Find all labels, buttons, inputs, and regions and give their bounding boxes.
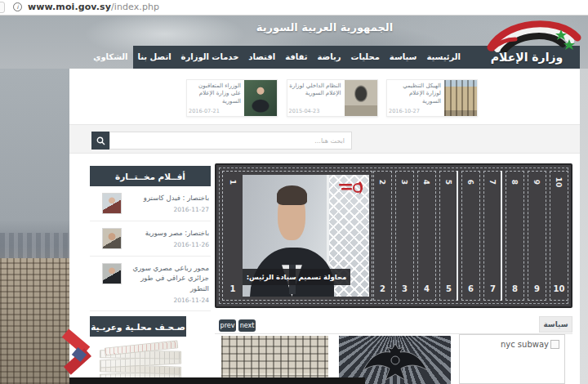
film-thumbnail: [102, 193, 122, 214]
partner-logo-fragment: [62, 330, 98, 379]
search-icon: [96, 136, 105, 145]
panel-number-top: 2: [378, 180, 386, 185]
president-photo: محاولة تسميم سيادة الرئيس:: [243, 175, 369, 297]
film-title: باختصار : فيدل كاسترو: [127, 193, 209, 203]
panel-number-top: 4: [422, 180, 430, 185]
nav-item-home[interactable]: الرئيسية: [421, 46, 466, 69]
broken-image-icon: [550, 340, 559, 349]
slide-caption: محاولة تسميم سيادة الرئيس:: [243, 269, 350, 285]
panel-number-top: 7: [488, 180, 497, 185]
panel-number-top: 5: [444, 180, 452, 185]
film-thumbnail: [102, 263, 122, 284]
panel-number-bottom: 2: [380, 284, 385, 293]
films-section-heading: أفــلام مخــتــارة: [90, 166, 211, 186]
syrian-flag-swoosh-icon: [486, 16, 582, 52]
panel-number-bottom: 1: [230, 284, 236, 293]
film-date: 2016-11-24: [127, 297, 209, 304]
slider-panel-5[interactable]: 55: [439, 171, 458, 301]
film-date: 2016-11-26: [127, 241, 209, 248]
panel-number-bottom: 5: [446, 284, 452, 293]
nav-item-local[interactable]: محليات: [345, 46, 384, 69]
panel-number-top: 8: [510, 180, 519, 185]
featured-card-title: النظام الداخلي لوزارة الإعلام السورية: [289, 83, 341, 98]
newspapers-section-heading: صـحـف محلـية وعربـية: [90, 316, 186, 337]
slider-panel-3[interactable]: 33: [395, 171, 414, 301]
featured-card-date: 2016-10-27: [389, 108, 441, 114]
featured-card-image: [244, 80, 277, 116]
slider-panel-4[interactable]: 44: [417, 171, 436, 301]
featured-card-title: الهيكل التنظيمي لوزارة الإعلام السورية: [389, 83, 441, 105]
featured-card-image: [444, 80, 477, 116]
nav-item-politics[interactable]: سياسة: [385, 46, 422, 69]
collapsed-panels: 22 33 44 55 66 77 88 99 1010: [373, 171, 568, 301]
film-title: محور رباعي مصري سوري جزائري عراقي في طور…: [127, 263, 209, 293]
ministry-logo[interactable]: وزارة الإعلام: [478, 16, 584, 69]
panel-number-top: 3: [400, 180, 408, 185]
nav-item-ministry-services[interactable]: خدمات الوزارة: [176, 46, 244, 69]
slider-panel-1-open[interactable]: 1 1 محاولة تسميم سيادة الرئيس:: [222, 171, 372, 301]
search-input[interactable]: [109, 132, 352, 150]
slider-prev-button[interactable]: prev: [219, 319, 236, 332]
panel-number-bottom: 3: [402, 284, 408, 293]
panel-number-bottom: 7: [490, 284, 496, 293]
slider-panel-2[interactable]: 22: [373, 171, 392, 301]
bottom-dark-strip: [69, 377, 365, 384]
film-date: 2016-11-27: [127, 206, 209, 213]
slider-next-button[interactable]: next: [238, 319, 256, 332]
film-title: باختصار: مصر وسورية: [127, 228, 209, 238]
slider-group-separator: [457, 171, 458, 301]
panel-number-bottom: 10: [554, 284, 565, 293]
nav-item-economy[interactable]: اقتصاد: [243, 46, 280, 69]
nav-item-contact[interactable]: اتصل بنا: [133, 46, 176, 69]
screen: i www.moi.gov.sy/index.php الجمهورية الع…: [0, 0, 588, 384]
nav-item-complaints[interactable]: الشكاوي: [88, 46, 132, 69]
nav-item-sports[interactable]: رياضة: [312, 46, 345, 69]
film-item-quad-axis[interactable]: محور رباعي مصري سوري جزائري عراقي في طور…: [90, 257, 211, 311]
featured-card-image: [345, 80, 377, 116]
page-info-icon[interactable]: i: [13, 2, 22, 11]
featured-card-org-structure[interactable]: الهيكل التنظيمي لوزارة الإعلام السورية 2…: [386, 79, 478, 117]
browser-address-bar[interactable]: i www.moi.gov.sy/index.php: [0, 0, 588, 16]
slider-panel-6[interactable]: 66: [461, 171, 480, 301]
tv-channel-watermark-icon: [336, 180, 365, 196]
panel-number-bottom: 4: [424, 284, 430, 293]
politics-tab-bar: [215, 313, 572, 334]
featured-card-internal-rules[interactable]: النظام الداخلي لوزارة الإعلام السورية 20…: [287, 79, 378, 117]
cityscape-background: [0, 69, 69, 384]
slider-group-separator: [501, 171, 502, 301]
article-card-nyc-subway[interactable]: nyc subway: [459, 334, 565, 384]
main-accordion-slider: 1 1 محاولة تسميم سيادة الرئيس:: [215, 163, 572, 308]
search-button[interactable]: [91, 132, 109, 150]
panel-number-bottom: 9: [534, 284, 540, 293]
featured-links-row: الهيكل التنظيمي لوزارة الإعلام السورية 2…: [186, 79, 478, 117]
browser-edge-fragment: [0, 2, 5, 13]
slider-panel-8[interactable]: 88: [506, 171, 524, 301]
slider-panel-10[interactable]: 1010: [550, 171, 568, 301]
featured-card-date: 2015-04-23: [289, 108, 341, 114]
url-path: /index.php: [111, 2, 159, 12]
film-item-egypt-syria[interactable]: باختصار: مصر وسورية 2016-11-26: [90, 221, 211, 257]
url-text[interactable]: www.moi.gov.sy/index.php: [28, 2, 159, 12]
panel-number-bottom: 8: [512, 284, 518, 293]
ministry-logo-text: وزارة الإعلام: [478, 51, 576, 64]
nav-item-culture[interactable]: ثقافة: [280, 46, 312, 69]
featured-card-title: الوزراء المتعاقبون على وزارة الإعلام الس…: [189, 83, 241, 105]
featured-card-ministers[interactable]: الوزراء المتعاقبون على وزارة الإعلام الس…: [186, 79, 278, 117]
search-band: [69, 124, 580, 154]
double-eagle-emblem-icon: [359, 341, 432, 383]
featured-card-date: 2016-07-21: [189, 108, 241, 114]
slider-panel-9[interactable]: 99: [528, 171, 546, 301]
url-host: www.moi.gov.sy: [28, 2, 111, 12]
article-title: nyc subway: [501, 340, 549, 349]
panel-number-top: 9: [532, 180, 541, 185]
slider-panel-7[interactable]: 77: [483, 171, 502, 301]
films-list: باختصار : فيدل كاسترو 2016-11-27 باختصار…: [90, 186, 211, 311]
film-thumbnail: [102, 228, 122, 249]
panel-number-top: 1: [229, 180, 237, 185]
panel-number-top: 6: [466, 180, 474, 185]
film-item-castro[interactable]: باختصار : فيدل كاسترو 2016-11-27: [90, 186, 211, 221]
tab-politics[interactable]: سياسة: [539, 316, 572, 333]
right-background: [580, 69, 588, 384]
panel-number-bottom: 6: [468, 284, 474, 293]
panel-number-top: 10: [555, 177, 564, 188]
